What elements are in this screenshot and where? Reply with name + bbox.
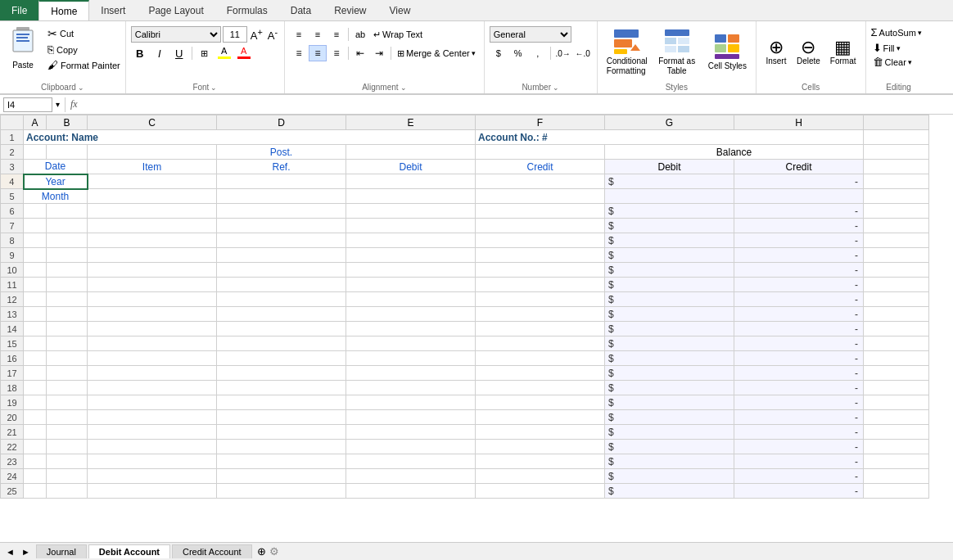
cell-f7[interactable] — [476, 219, 605, 233]
cell-d4[interactable] — [217, 174, 346, 189]
cell-d24[interactable] — [217, 469, 346, 484]
cell-e22[interactable] — [346, 440, 476, 454]
cell-b23[interactable] — [47, 454, 88, 469]
cell-d11[interactable] — [217, 278, 346, 292]
cell-f20[interactable] — [476, 410, 605, 425]
insert-button[interactable]: ⊕ Insert — [761, 36, 791, 68]
decrease-indent-button[interactable]: ⇤ — [351, 45, 369, 61]
cell-g24[interactable]: $ — [605, 469, 734, 484]
cell-d14[interactable] — [217, 322, 346, 336]
percent-button[interactable]: % — [509, 45, 527, 61]
cell-g6[interactable]: $ — [605, 204, 734, 219]
cell-g10[interactable]: $ — [605, 263, 734, 278]
cell-f4[interactable] — [476, 174, 605, 189]
cell-c16[interactable] — [88, 351, 217, 366]
align-center-button[interactable]: ≡ — [309, 45, 327, 61]
cell-f6[interactable] — [476, 204, 605, 219]
cell-d9[interactable] — [217, 248, 346, 263]
cell-a3[interactable]: Date — [24, 160, 88, 174]
cell-c20[interactable] — [88, 410, 217, 425]
cell-g25-dash[interactable]: - — [734, 484, 864, 499]
align-top-center-button[interactable]: ≡ — [309, 26, 327, 43]
cell-g11-dash[interactable]: - — [734, 278, 864, 292]
cell-d19[interactable] — [217, 395, 346, 410]
cell-e15[interactable] — [346, 336, 476, 351]
cell-e18[interactable] — [346, 381, 476, 395]
cell-ref-dropdown-icon[interactable]: ▾ — [56, 100, 60, 109]
cell-e16[interactable] — [346, 351, 476, 366]
format-painter-button[interactable]: 🖌 Format Painter — [46, 58, 122, 72]
italic-button[interactable]: I — [151, 45, 169, 61]
cell-d10[interactable] — [217, 263, 346, 278]
orientation-button[interactable]: ab — [351, 26, 369, 43]
cell-f23[interactable] — [476, 454, 605, 469]
cell-e9[interactable] — [346, 248, 476, 263]
page-layout-tab[interactable]: Page Layout — [137, 0, 215, 20]
row-header-16[interactable]: 16 — [1, 351, 24, 366]
cell-d23[interactable] — [217, 454, 346, 469]
cell-d13[interactable] — [217, 307, 346, 322]
decrease-font-icon[interactable]: A- — [266, 27, 279, 42]
cell-e14[interactable] — [346, 322, 476, 336]
cell-f19[interactable] — [476, 395, 605, 410]
cell-g18-dash[interactable]: - — [734, 381, 864, 395]
cell-a6[interactable] — [24, 204, 47, 219]
cell-c18[interactable] — [88, 381, 217, 395]
formulas-tab[interactable]: Formulas — [215, 0, 279, 20]
cell-c6[interactable] — [88, 204, 217, 219]
col-header-c[interactable]: C — [88, 115, 217, 130]
increase-font-icon[interactable]: A+ — [249, 27, 264, 42]
insert-tab[interactable]: Insert — [89, 0, 137, 20]
cell-d7[interactable] — [217, 219, 346, 233]
row-header-1[interactable]: 1 — [1, 130, 24, 145]
row-header-12[interactable]: 12 — [1, 292, 24, 307]
row-header-18[interactable]: 18 — [1, 381, 24, 395]
row-header-14[interactable]: 14 — [1, 322, 24, 336]
increase-decimal-button[interactable]: .0→ — [554, 45, 572, 61]
cell-g13[interactable]: $ — [605, 307, 734, 322]
cell-a17[interactable] — [24, 366, 47, 381]
cell-e4[interactable] — [346, 174, 476, 189]
cell-a13[interactable] — [24, 307, 47, 322]
home-tab[interactable]: Home — [38, 0, 89, 20]
cell-a9[interactable] — [24, 248, 47, 263]
cell-g20-dash[interactable]: - — [734, 410, 864, 425]
number-format-select[interactable]: General — [490, 26, 571, 43]
cell-b9[interactable] — [47, 248, 88, 263]
col-header-g[interactable]: G — [605, 115, 734, 130]
cell-c19[interactable] — [88, 395, 217, 410]
col-header-b[interactable]: B — [47, 115, 88, 130]
cell-c5[interactable] — [88, 189, 217, 204]
conditional-formatting-button[interactable]: Conditional Formatting — [603, 25, 650, 79]
cell-b6[interactable] — [47, 204, 88, 219]
cell-d16[interactable] — [217, 351, 346, 366]
cell-g17-dash[interactable]: - — [734, 366, 864, 381]
row-header-10[interactable]: 10 — [1, 263, 24, 278]
data-tab[interactable]: Data — [279, 0, 323, 20]
cell-b21[interactable] — [47, 425, 88, 440]
cell-f10[interactable] — [476, 263, 605, 278]
cell-g4-dash[interactable]: - — [734, 174, 864, 189]
cell-a18[interactable] — [24, 381, 47, 395]
cell-c24[interactable] — [88, 469, 217, 484]
cell-a8[interactable] — [24, 233, 47, 248]
cell-a11[interactable] — [24, 278, 47, 292]
cell-styles-button[interactable]: Cell Styles — [704, 29, 751, 74]
cell-g20[interactable]: $ — [605, 410, 734, 425]
align-left-button[interactable]: ≡ — [290, 45, 308, 61]
row-header-21[interactable]: 21 — [1, 425, 24, 440]
cell-d15[interactable] — [217, 336, 346, 351]
cell-b11[interactable] — [47, 278, 88, 292]
cell-g2[interactable]: Balance — [605, 145, 864, 160]
cell-b13[interactable] — [47, 307, 88, 322]
copy-button[interactable]: ⎘ Copy — [46, 43, 122, 56]
cell-d17[interactable] — [217, 366, 346, 381]
cell-c25[interactable] — [88, 484, 217, 499]
cell-f25[interactable] — [476, 484, 605, 499]
fill-button[interactable]: ⬇ Fill ▾ — [871, 41, 927, 55]
cell-g4[interactable]: $ — [605, 174, 734, 189]
cell-e6[interactable] — [346, 204, 476, 219]
cell-g5[interactable] — [605, 189, 734, 204]
col-header-f[interactable]: F — [476, 115, 605, 130]
cell-b19[interactable] — [47, 395, 88, 410]
